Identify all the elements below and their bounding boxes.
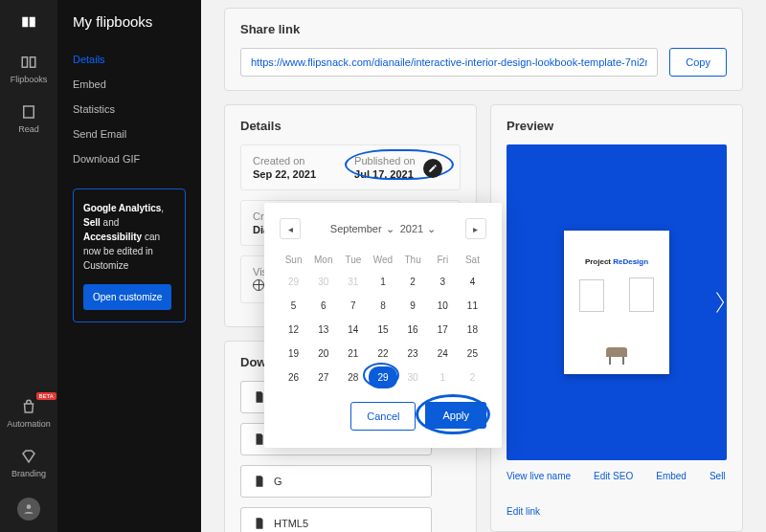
calendar-day: 1 (429, 366, 457, 388)
sidebar-item-statistics[interactable]: Statistics (73, 97, 186, 122)
rail-label: Branding (11, 469, 46, 478)
book-cover[interactable]: Project ReDesign (564, 231, 669, 374)
calendar-day[interactable]: 10 (429, 295, 457, 317)
calendar-day[interactable]: 19 (280, 343, 307, 365)
calendar-day: 29 (280, 271, 307, 293)
rail-label: Read (18, 124, 39, 134)
sidebar-item-download-gif[interactable]: Download GIF (73, 146, 186, 171)
calendar-day[interactable]: 16 (399, 319, 427, 341)
copy-button[interactable]: Copy (669, 48, 727, 77)
calendar-day[interactable]: 2 (399, 271, 427, 293)
calendar-day[interactable]: 7 (339, 295, 367, 317)
sidebar-item-send-email[interactable]: Send Email (73, 122, 186, 146)
rail-label: Flipbooks (11, 75, 48, 84)
dow-label: Sun (280, 251, 307, 269)
calendar-day[interactable]: 13 (309, 319, 337, 341)
avatar[interactable] (17, 498, 40, 521)
app-logo[interactable] (20, 13, 37, 34)
link-sell[interactable]: Sell (710, 470, 726, 482)
calendar-day[interactable]: 1 (369, 271, 396, 293)
left-rail: Flipbooks Read Automation Branding (0, 0, 57, 532)
calendar-day[interactable]: 15 (369, 319, 396, 341)
preview-links: View live name Edit SEO Embed Sell Edit … (507, 470, 727, 518)
dow-label: Wed (369, 251, 396, 269)
dow-label: Thu (399, 251, 427, 269)
download-html5-button[interactable]: HTML5 (240, 507, 432, 532)
globe-icon (253, 279, 264, 291)
calendar-day[interactable]: 29 (369, 366, 396, 388)
datepicker-modal: ◂ September ⌄ 2021 ⌄ ▸ SunMonTueWedThuFr… (264, 203, 502, 448)
calendar-day[interactable]: 24 (429, 343, 457, 365)
calendar-day[interactable]: 22 (369, 343, 396, 365)
calendar-day[interactable]: 3 (429, 271, 457, 293)
calendar-day[interactable]: 11 (459, 295, 486, 317)
calendar-day[interactable]: 9 (399, 295, 427, 317)
calendar-day[interactable]: 8 (369, 295, 396, 317)
calendar-day[interactable]: 12 (280, 319, 307, 341)
edit-published-date-button[interactable] (423, 159, 442, 178)
sidebar-title: My flipbooks (73, 13, 186, 30)
month-select[interactable]: September ⌄ (330, 223, 394, 235)
preview-panel: Preview Project ReDesign (490, 104, 743, 532)
sidebar-item-embed[interactable]: Embed (73, 72, 186, 97)
calendar-day[interactable]: 28 (339, 366, 367, 388)
sidebar: My flipbooks Details Embed Statistics Se… (57, 0, 201, 532)
rail-item-branding[interactable]: Branding (11, 448, 46, 478)
chevron-down-icon: ⌄ (427, 223, 436, 235)
rail-item-read[interactable]: Read (18, 103, 39, 134)
open-customize-button[interactable]: Open customize (83, 284, 171, 310)
calendar-day[interactable]: 26 (280, 366, 307, 388)
share-url-input[interactable] (240, 48, 658, 77)
svg-point-1 (27, 504, 32, 509)
dow-label: Sat (459, 251, 486, 269)
dow-label: Mon (309, 251, 337, 269)
calendar-day[interactable]: 23 (399, 343, 427, 365)
svg-rect-0 (24, 106, 34, 118)
book-title: Project ReDesign (585, 257, 648, 266)
annotation-circle (363, 363, 399, 388)
calendar-day[interactable]: 6 (309, 295, 337, 317)
cancel-button[interactable]: Cancel (350, 402, 416, 431)
dow-label: Fri (429, 251, 457, 269)
next-page-button[interactable] (710, 283, 731, 321)
rail-item-flipbooks[interactable]: Flipbooks (11, 54, 48, 84)
calendar-day[interactable]: 4 (459, 271, 486, 293)
details-title: Details (240, 119, 461, 133)
link-view-live[interactable]: View live name (507, 470, 571, 482)
link-edit-link[interactable]: Edit link (507, 505, 540, 518)
share-panel: Share link Copy (224, 8, 743, 91)
apply-button[interactable]: Apply (425, 402, 486, 429)
link-edit-seo[interactable]: Edit SEO (594, 470, 633, 482)
calendar-day: 30 (309, 271, 337, 293)
calendar-day: 30 (399, 366, 427, 388)
year-select[interactable]: 2021 ⌄ (400, 223, 436, 235)
chevron-down-icon: ⌄ (386, 223, 394, 235)
calendar-day: 31 (339, 271, 367, 293)
calendar-day[interactable]: 20 (309, 343, 337, 365)
preview-viewer: Project ReDesign (507, 144, 727, 460)
next-month-button[interactable]: ▸ (465, 218, 486, 239)
prev-month-button[interactable]: ◂ (280, 218, 301, 239)
link-embed[interactable]: Embed (656, 470, 687, 482)
calendar-day[interactable]: 14 (339, 319, 367, 341)
download-gif-button[interactable]: G (240, 465, 432, 498)
calendar-day[interactable]: 17 (429, 319, 457, 341)
sidebar-item-details[interactable]: Details (73, 47, 186, 72)
calendar-day[interactable]: 18 (459, 319, 486, 341)
rail-label: Automation (7, 419, 51, 429)
calendar-day[interactable]: 5 (280, 295, 307, 317)
tip-box: Google Analytics, Sell and Accessibility… (73, 188, 186, 322)
rail-item-automation[interactable]: Automation (7, 398, 51, 429)
share-title: Share link (240, 22, 727, 36)
dow-label: Tue (339, 251, 367, 269)
calendar-day[interactable]: 25 (459, 343, 486, 365)
calendar-day: 2 (459, 366, 486, 388)
calendar-grid: SunMonTueWedThuFriSat2930311234567891011… (280, 251, 486, 388)
details-row: Created on Sep 22, 2021 Published on Jul… (240, 144, 461, 190)
calendar-day[interactable]: 27 (309, 366, 337, 388)
calendar-day[interactable]: 21 (339, 343, 367, 365)
preview-title: Preview (507, 119, 727, 133)
